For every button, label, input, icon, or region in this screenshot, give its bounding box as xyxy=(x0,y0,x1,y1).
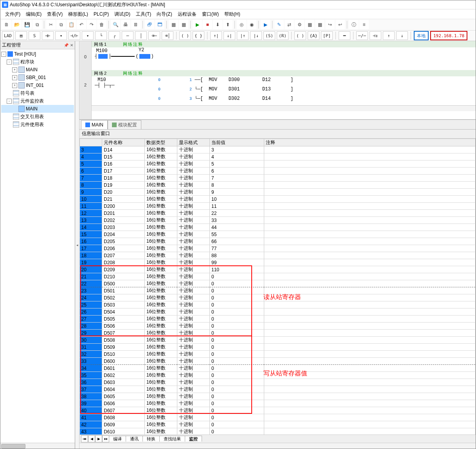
table-row[interactable]: 17D20616位整数十进制77 xyxy=(80,245,476,252)
pin-icon[interactable]: 📌 xyxy=(64,43,69,47)
table-row[interactable]: 9D2016位整数十进制9 xyxy=(80,189,476,196)
menu-item[interactable]: 帮助(H) xyxy=(222,10,243,18)
rung-0[interactable]: M100 ┤├() Y2 xyxy=(92,47,476,70)
tool3-icon[interactable]: ▦ xyxy=(315,20,325,29)
tab-nav-next-icon[interactable]: ▶ xyxy=(95,435,102,442)
cut-icon[interactable]: ✂ xyxy=(46,20,56,29)
menu-item[interactable]: PLC(P) xyxy=(91,11,111,18)
delete-icon[interactable]: 🗑 xyxy=(97,20,106,29)
flag-icon[interactable]: ▶ xyxy=(261,20,270,29)
menu-item[interactable]: 窗口(W) xyxy=(200,10,221,18)
sfc-mode-button[interactable]: ▤ xyxy=(15,31,27,40)
table-row[interactable]: 27D50516位整数十进制0 xyxy=(80,316,476,323)
line-icon[interactable]: ━ xyxy=(339,31,350,40)
menu-item[interactable]: 文件(F) xyxy=(3,10,23,18)
column-header[interactable]: 元件名称 xyxy=(102,139,145,146)
table-row[interactable]: 43D61016位整数十进制0 xyxy=(80,428,476,435)
bottom-tab[interactable]: 编译 xyxy=(109,436,126,442)
bracket-icon[interactable]: [P] xyxy=(321,31,333,40)
monitor-icon[interactable]: ◎ xyxy=(237,20,246,29)
table-row[interactable]: 3D1416位整数十进制3 xyxy=(80,146,476,153)
tab-nav-prev-icon[interactable]: ◀ xyxy=(88,435,95,442)
table-row[interactable]: 38D60516位整数十进制0 xyxy=(80,393,476,400)
copy-icon[interactable]: ⧉ xyxy=(56,20,66,29)
table-row[interactable]: 11D20016位整数十进制11 xyxy=(80,203,476,210)
reset-icon[interactable]: (R) xyxy=(277,31,288,40)
info-icon[interactable]: ⓘ xyxy=(349,20,359,29)
table-row[interactable]: 8D1916位整数十进制8 xyxy=(80,182,476,189)
lad-mode-button[interactable]: LAD xyxy=(2,31,14,40)
paren-icon[interactable]: ( ) xyxy=(294,31,306,40)
monitor-stop-icon[interactable]: ◉ xyxy=(247,20,256,29)
run-icon[interactable]: ▶ xyxy=(193,20,202,29)
branch-down-icon[interactable]: └ xyxy=(95,31,107,40)
table-row[interactable]: 14D20316位整数十进制44 xyxy=(80,224,476,231)
table-row[interactable]: 28D50616位整数十进制0 xyxy=(80,323,476,330)
open-icon[interactable]: 📂 xyxy=(12,20,22,29)
save-icon[interactable]: 💾 xyxy=(22,20,32,29)
bottom-scrollbar[interactable] xyxy=(79,443,476,449)
ladder-editor[interactable]: 02 网络1网络注释 M100 ┤├() Y2 网络2网络注释 xyxy=(79,41,476,120)
tab-main[interactable]: MAIN xyxy=(81,120,108,129)
table-row[interactable]: 32D51016位整数十进制0 xyxy=(80,351,476,358)
table-row[interactable]: 22D50016位整数十进制0 xyxy=(80,280,476,287)
tool2-icon[interactable]: ▦ xyxy=(305,20,314,29)
bottom-tab[interactable]: 查找结果 xyxy=(159,436,185,442)
table-row[interactable]: 42D60916位整数十进制0 xyxy=(80,421,476,428)
table-row[interactable]: 29D50716位整数十进制0 xyxy=(80,330,476,337)
table-row[interactable]: 18D20716位整数十进制88 xyxy=(80,252,476,259)
bottom-tab[interactable]: 转换 xyxy=(142,436,160,442)
redo-icon[interactable]: ↷ xyxy=(87,20,96,29)
print-icon[interactable]: 🖶 xyxy=(121,20,130,29)
save-all-icon[interactable]: ⧉ xyxy=(32,20,42,29)
menu-item[interactable]: 梯形图(L) xyxy=(66,10,90,18)
ladder-scrollbar[interactable] xyxy=(92,105,476,111)
menu-item[interactable]: 编辑(E) xyxy=(23,10,44,18)
bottom-tab[interactable]: 监控 xyxy=(185,436,202,442)
table-row[interactable]: 31D50916位整数十进制0 xyxy=(80,344,476,351)
table-row[interactable]: 23D50116位整数十进制0 xyxy=(80,287,476,294)
table-row[interactable]: 37D60416位整数十进制0 xyxy=(80,386,476,393)
down-icon[interactable]: ↓ xyxy=(396,31,408,40)
contact-no-icon[interactable]: ⊣⊢ xyxy=(42,31,54,40)
monitor-table-pane[interactable]: 元件名称数据类型显示格式当前值注释 3D1416位整数十进制34D1516位整数… xyxy=(79,139,476,435)
menu-item[interactable]: 远程设备 xyxy=(175,10,199,18)
compare-icon[interactable]: ⇄ xyxy=(285,20,294,29)
inv-icon[interactable]: ⊣↕ xyxy=(370,31,381,40)
upload-icon[interactable]: ⬆ xyxy=(223,20,233,29)
table-row[interactable]: 36D60316位整数十进制0 xyxy=(80,379,476,386)
fall-icon[interactable]: ↓| xyxy=(224,31,235,40)
up-icon[interactable]: ↑ xyxy=(383,31,395,40)
ip-address[interactable]: 192.168.1.78 xyxy=(430,31,467,40)
column-header[interactable]: 注释 xyxy=(264,139,476,146)
rise-icon[interactable]: ↑| xyxy=(210,31,222,40)
column-header[interactable]: 显示格式 xyxy=(177,139,210,146)
dropdown-icon[interactable]: ▾ xyxy=(55,31,67,40)
contact-nc-icon[interactable]: ⊣/⊢ xyxy=(69,31,80,40)
download-icon[interactable]: ⬇ xyxy=(213,20,222,29)
menu-item[interactable]: 查看(V) xyxy=(45,10,65,18)
list-icon[interactable]: ≡ xyxy=(359,20,369,29)
menu-item[interactable]: 向导(Z) xyxy=(154,10,174,18)
tab-nav-last-icon[interactable]: ⏭ xyxy=(102,435,109,442)
column-header[interactable] xyxy=(80,139,102,146)
stop-icon[interactable]: ■ xyxy=(203,20,212,29)
del-vline-icon[interactable]: ⌫│ xyxy=(162,31,173,40)
table-row[interactable]: 16D20516位整数十进制66 xyxy=(80,238,476,245)
window-cascade-icon[interactable]: 🗗 xyxy=(145,20,154,29)
dropdown2-icon[interactable]: ▾ xyxy=(82,31,94,40)
table-row[interactable]: 40D60716位整数十进制0 xyxy=(80,407,476,414)
connection-status[interactable]: 本地 xyxy=(414,31,429,40)
table-row[interactable]: 6D1716位整数十进制6 xyxy=(80,168,476,175)
table-row[interactable]: 19D20816位整数十进制99 xyxy=(80,259,476,266)
table-row[interactable]: 35D60216位整数十进制0 xyxy=(80,372,476,379)
rise2-icon[interactable]: |↑ xyxy=(237,31,249,40)
export-icon[interactable]: ↪ xyxy=(325,20,335,29)
vline-icon[interactable]: │ xyxy=(135,31,147,40)
table-row[interactable]: 20D20916位整数十进制110 xyxy=(80,266,476,273)
print-preview-icon[interactable]: 🗏 xyxy=(131,20,141,29)
sidebar-scrollbar[interactable] xyxy=(0,443,75,449)
edit-icon[interactable]: ✎ xyxy=(274,20,284,29)
coil-icon[interactable]: ( ) xyxy=(179,31,191,40)
table-row[interactable]: 26D50416位整数十进制0 xyxy=(80,308,476,316)
